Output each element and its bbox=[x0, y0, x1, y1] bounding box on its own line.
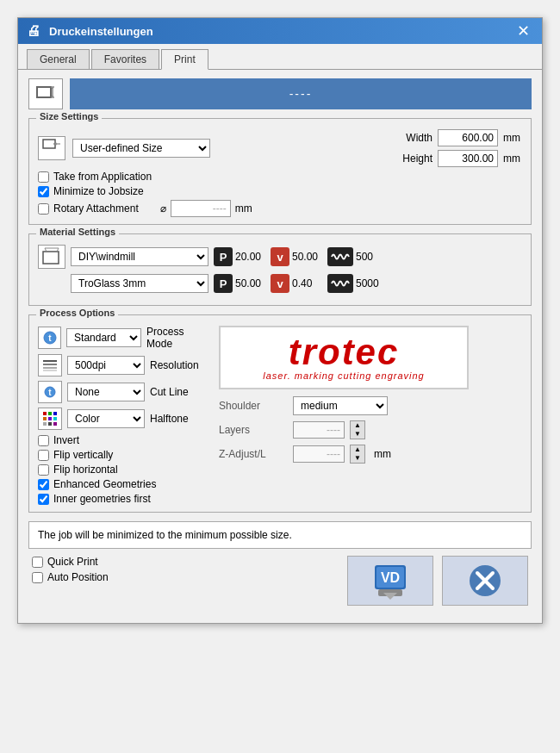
v-icon-row2: v bbox=[271, 274, 289, 293]
preview-icon-box bbox=[28, 78, 63, 109]
resolution-label: Resolution bbox=[150, 359, 199, 371]
w-icon-row2 bbox=[327, 274, 353, 293]
size-dropdown[interactable]: User-defined Size bbox=[72, 139, 210, 158]
halftone-icon-svg bbox=[42, 411, 58, 426]
material-row2: TroGlass 3mm P 50.00 v 0.40 bbox=[38, 274, 522, 293]
bottom-area: Quick Print Auto Position VD bbox=[28, 556, 532, 614]
process-options-group: Process Options t Standard Engrave bbox=[28, 314, 532, 513]
process-left: t Standard Engrave Cut Process Mode bbox=[38, 326, 210, 505]
p-icon-row2: P bbox=[214, 274, 233, 293]
size-checkboxes: Take from Application Minimize to Jobsiz… bbox=[38, 171, 522, 217]
wave-icon-row1 bbox=[331, 251, 350, 263]
auto-position-checkbox[interactable] bbox=[32, 572, 43, 583]
printer-icon: 🖨 bbox=[27, 23, 42, 39]
minimize-to-jobsize-checkbox[interactable] bbox=[38, 186, 49, 197]
material-row2-select[interactable]: TroGlass 3mm bbox=[71, 274, 208, 293]
wave-icon-row2 bbox=[331, 277, 350, 289]
material-group-title: Material Settings bbox=[36, 227, 119, 237]
svg-rect-26 bbox=[53, 422, 57, 426]
ok-icon: VD bbox=[371, 562, 409, 600]
resolution-icon bbox=[38, 354, 62, 376]
p-badge-row1: P 20.00 bbox=[214, 247, 265, 266]
process-group-title: Process Options bbox=[36, 308, 118, 318]
halftone-select[interactable]: Color Grayscale B&W bbox=[67, 409, 145, 428]
height-input[interactable] bbox=[438, 150, 498, 167]
tab-favorites[interactable]: Favorites bbox=[91, 49, 159, 69]
p-value-row1: 20.00 bbox=[235, 251, 265, 263]
tab-print[interactable]: Print bbox=[161, 49, 208, 70]
shoulder-select[interactable]: medium low high bbox=[293, 396, 388, 415]
trotec-preview-box: trotec laser. marking cutting engraving bbox=[219, 326, 469, 389]
zadjust-unit: mm bbox=[374, 448, 391, 460]
minimize-to-jobsize-row: Minimize to Jobsize bbox=[38, 185, 522, 197]
invert-checkbox[interactable] bbox=[38, 435, 49, 446]
quick-print-checkbox[interactable] bbox=[32, 557, 43, 568]
enhanced-geom-checkbox[interactable] bbox=[38, 479, 49, 490]
svg-rect-24 bbox=[43, 422, 47, 426]
cancel-button[interactable] bbox=[442, 556, 528, 606]
flip-h-checkbox[interactable] bbox=[38, 464, 49, 476]
v-badge-row1: v 50.00 bbox=[271, 247, 322, 266]
layers-spinner: ▲ ▼ bbox=[350, 420, 365, 439]
invert-row: Invert bbox=[38, 434, 210, 446]
svg-rect-20 bbox=[53, 412, 57, 415]
inner-geom-label: Inner geometries first bbox=[53, 493, 151, 505]
window-title: Druckeinstellungen bbox=[49, 25, 153, 38]
diameter-input[interactable] bbox=[171, 200, 231, 217]
w-badge-row2: 5000 bbox=[327, 274, 386, 293]
zadjust-down-button[interactable]: ▼ bbox=[351, 454, 364, 463]
ok-button[interactable]: VD bbox=[347, 556, 433, 606]
diameter-symbol: ⌀ bbox=[160, 202, 166, 215]
w-value-row2: 5000 bbox=[356, 277, 386, 289]
cancel-icon bbox=[466, 562, 504, 600]
resize-icon bbox=[42, 139, 61, 158]
process-mode-icon: t bbox=[38, 327, 61, 349]
title-bar: 🖨 Druckeinstellungen ✕ bbox=[18, 18, 542, 44]
svg-rect-0 bbox=[37, 87, 51, 97]
zadjust-label: Z-Adjust/L bbox=[219, 448, 288, 460]
layers-input[interactable] bbox=[293, 421, 345, 439]
enhanced-geom-row: Enhanced Geometries bbox=[38, 478, 210, 490]
halftone-label: Halftone bbox=[150, 413, 189, 425]
main-window: 🖨 Druckeinstellungen ✕ General Favorites… bbox=[17, 17, 543, 624]
rotary-attachment-checkbox[interactable] bbox=[38, 203, 49, 215]
bottom-checkboxes: Quick Print Auto Position bbox=[32, 556, 109, 583]
cut-line-row: t None Cut Score Cut Line bbox=[38, 381, 210, 403]
svg-rect-18 bbox=[43, 412, 47, 415]
width-input[interactable] bbox=[438, 129, 498, 146]
resolution-select[interactable]: 500dpi 250dpi 1000dpi bbox=[67, 356, 145, 375]
flip-v-checkbox[interactable] bbox=[38, 450, 49, 461]
layers-down-button[interactable]: ▼ bbox=[351, 430, 364, 439]
process-mode-select[interactable]: Standard Engrave Cut bbox=[66, 328, 141, 347]
inner-geom-row: Inner geometries first bbox=[38, 493, 210, 505]
size-settings-group: Size Settings User-defined Size Width bbox=[28, 118, 532, 225]
take-from-app-checkbox[interactable] bbox=[38, 171, 49, 183]
size-group-title: Size Settings bbox=[36, 111, 102, 121]
w-value-row1: 500 bbox=[356, 251, 386, 263]
material-row1-select[interactable]: DIY\windmill bbox=[71, 247, 208, 266]
width-row: Width mm bbox=[402, 129, 522, 146]
cut-icon-svg: t bbox=[42, 384, 58, 400]
flip-v-row: Flip vertically bbox=[38, 449, 210, 461]
cut-line-label: Cut Line bbox=[150, 386, 189, 398]
minimize-to-jobsize-label: Minimize to Jobsize bbox=[53, 185, 144, 197]
resolution-row: 500dpi 250dpi 1000dpi Resolution bbox=[38, 354, 210, 376]
halftone-row: Color Grayscale B&W Halftone bbox=[38, 408, 210, 430]
layers-up-button[interactable]: ▲ bbox=[351, 421, 364, 430]
height-label: Height bbox=[402, 152, 432, 165]
tab-general[interactable]: General bbox=[27, 49, 90, 69]
process-mode-row: t Standard Engrave Cut Process Mode bbox=[38, 326, 210, 350]
svg-rect-23 bbox=[53, 417, 57, 420]
auto-position-row: Auto Position bbox=[32, 571, 109, 583]
zadjust-up-button[interactable]: ▲ bbox=[351, 445, 364, 454]
svg-rect-21 bbox=[43, 417, 47, 420]
status-message: The job will be minimized to the minimum… bbox=[28, 521, 532, 549]
cut-line-select[interactable]: None Cut Score bbox=[67, 383, 145, 401]
zadjust-input[interactable] bbox=[293, 445, 345, 463]
process-main: t Standard Engrave Cut Process Mode bbox=[38, 326, 522, 505]
close-button[interactable]: ✕ bbox=[513, 23, 533, 39]
inner-geom-checkbox[interactable] bbox=[38, 494, 49, 505]
v-value-row2: 0.40 bbox=[292, 277, 322, 289]
material-settings-group: Material Settings DIY\windmill bbox=[28, 233, 532, 306]
p-icon-row1: P bbox=[214, 247, 233, 266]
